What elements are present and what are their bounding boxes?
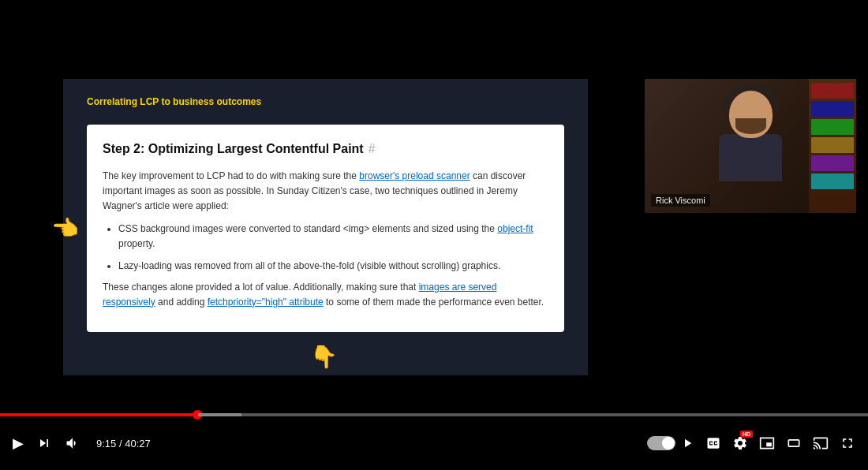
card-paragraph2: These changes alone provided a lot of va… <box>103 280 548 310</box>
pointing-hand-down-icon: 👇 <box>310 340 338 375</box>
book <box>811 101 854 117</box>
theater-button[interactable] <box>786 435 802 451</box>
book <box>811 119 854 135</box>
webcam-area: Rick Viscomi <box>645 79 856 213</box>
total-time: 40:27 <box>125 438 151 449</box>
book <box>811 137 854 153</box>
controls-right: HD <box>647 435 855 451</box>
presenter-name: Rick Viscomi <box>651 194 710 207</box>
cc-icon <box>705 435 721 451</box>
toggle-knob <box>662 437 675 449</box>
hd-badge: HD <box>740 431 753 438</box>
fullscreen-icon <box>840 435 855 451</box>
slide-area: Correlating LCP to business outcomes 👈 S… <box>63 79 588 375</box>
volume-button[interactable] <box>65 435 80 451</box>
presenter-headphones <box>723 87 779 110</box>
next-button[interactable] <box>36 435 52 451</box>
card-bullets: CSS background images were converted to … <box>118 222 548 274</box>
play-icon: ▶ <box>13 435 24 452</box>
progress-bar[interactable] <box>0 413 868 416</box>
controls-bar: ▶ 9:15 / 40:27 <box>0 407 868 470</box>
preload-scanner-link[interactable]: browser's preload scanner <box>359 170 470 181</box>
controls-row: ▶ 9:15 / 40:27 <box>0 416 868 470</box>
volume-icon <box>65 435 80 451</box>
theater-icon <box>786 435 802 451</box>
slide-card: 👈 Step 2: Optimizing Largest Contentful … <box>87 125 564 332</box>
cast-button[interactable] <box>813 435 829 451</box>
pointing-hand-left-icon: 👈 <box>51 211 79 246</box>
miniplayer-button[interactable] <box>759 435 775 451</box>
presenter-body <box>719 134 782 181</box>
section-title: Correlating LCP to business outcomes <box>87 95 564 109</box>
autoplay-icon <box>680 436 694 450</box>
object-fit-link[interactable]: object-fit <box>497 223 533 234</box>
bullet-item-1: CSS background images were converted to … <box>118 222 548 252</box>
fullscreen-button[interactable] <box>840 435 855 451</box>
miniplayer-icon <box>759 435 775 451</box>
play-button[interactable]: ▶ <box>13 435 24 452</box>
current-time: 9:15 <box>96 438 116 449</box>
book <box>811 173 854 189</box>
autoplay-toggle[interactable] <box>647 436 694 450</box>
time-display: 9:15 / 40:27 <box>96 438 151 449</box>
fetchpriority-link[interactable]: fetchpriority="high" attribute <box>208 297 324 308</box>
bookshelf-bg <box>809 79 856 213</box>
settings-icon <box>732 435 748 451</box>
progress-played <box>0 413 198 416</box>
bullet-item-2: Lazy-loading was removed from all of the… <box>118 259 548 274</box>
captions-button[interactable] <box>705 435 721 451</box>
book <box>811 155 854 171</box>
card-heading: Step 2: Optimizing Largest Contentful Pa… <box>103 139 548 159</box>
toggle-track <box>647 436 675 450</box>
settings-button[interactable]: HD <box>732 435 748 451</box>
book <box>811 83 854 99</box>
video-player: Correlating LCP to business outcomes 👈 S… <box>0 0 868 470</box>
presenter-beard <box>735 118 766 134</box>
cast-icon <box>813 435 829 451</box>
skip-next-icon <box>36 435 52 451</box>
presenter-head <box>729 91 773 138</box>
black-bar-top <box>0 0 868 79</box>
card-paragraph1: The key improvement to LCP had to do wit… <box>103 169 548 214</box>
progress-buffered <box>198 413 241 416</box>
presenter-figure <box>703 91 798 201</box>
